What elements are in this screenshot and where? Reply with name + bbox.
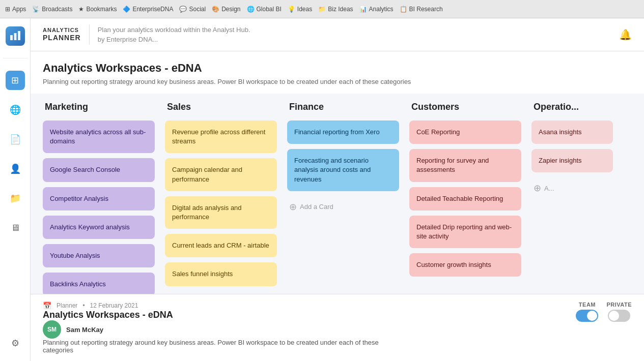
browser-global-bi[interactable]: 🌐Global BI — [247, 6, 282, 13]
column-marketing: Marketing Website analytics across all s… — [43, 102, 155, 294]
bottom-row: 📅 Planner • 12 February 2021 Analytics W… — [43, 302, 632, 354]
team-toggle-group: TEAM — [576, 302, 598, 322]
column-finance: Finance Financial reporting from Xero Fo… — [287, 102, 399, 218]
header-divider — [89, 24, 90, 45]
page-header: Analytics Workspaces - eDNA Planning out… — [31, 51, 644, 94]
svg-rect-0 — [10, 35, 13, 40]
svg-rect-1 — [14, 33, 16, 40]
browser-analytics[interactable]: 📊Analytics — [359, 6, 394, 13]
bottom-meta: 📅 Planner • 12 February 2021 — [43, 302, 399, 310]
card-sales-2[interactable]: Campaign calendar and performance — [165, 158, 277, 191]
browser-design[interactable]: 🎨Design — [212, 6, 240, 13]
team-label: TEAM — [579, 302, 596, 308]
column-customers: Customers CoE Reporting Reporting for su… — [409, 102, 521, 277]
board-area: Marketing Website analytics across all s… — [31, 94, 644, 294]
sidebar: ⊞ 🌐 📄 👤 📁 🖥 ⚙ — [0, 18, 31, 361]
card-marketing-1[interactable]: Website analytics across all sub-domains — [43, 121, 155, 153]
browser-bar: ⊞Apps 📡Broadcasts ★Bookmarks 🔷Enterprise… — [0, 0, 644, 18]
column-header-marketing: Marketing — [43, 102, 155, 112]
card-sales-5[interactable]: Sales funnel insights — [165, 262, 277, 286]
workspace-content: Analytics Workspaces - eDNA Planning out… — [31, 51, 644, 294]
add-card-icon: ⊕ — [289, 201, 297, 213]
bottom-dot: • — [82, 302, 85, 309]
page-subtitle: Planning out reporting strategy around k… — [43, 78, 632, 85]
browser-ideas[interactable]: 💡Ideas — [288, 6, 312, 13]
browser-apps[interactable]: ⊞Apps — [5, 6, 26, 13]
browser-bi-research[interactable]: 📋BI Research — [400, 6, 443, 13]
add-card-finance[interactable]: ⊕ Add a Card — [287, 196, 399, 218]
card-marketing-5[interactable]: Youtube Analysis — [43, 244, 155, 267]
private-toggle-group: PRIVATE — [606, 302, 632, 322]
browser-biz-ideas[interactable]: 📁Biz Ideas — [318, 6, 353, 13]
card-marketing-3[interactable]: Competitor Analysis — [43, 187, 155, 210]
add-card-label: Add a Card — [300, 203, 333, 210]
sidebar-divider — [3, 58, 27, 58]
card-operations-2[interactable]: Zapier insights — [531, 149, 613, 172]
card-operations-1[interactable]: Asana insights — [531, 121, 613, 144]
card-finance-2[interactable]: Forecasting and scenario analysis around… — [287, 149, 399, 191]
column-header-operations: Operatio... — [531, 102, 613, 112]
private-toggle[interactable] — [608, 310, 630, 322]
column-operations: Operatio... Asana insights Zapier insigh… — [531, 102, 613, 199]
browser-broadcasts[interactable]: 📡Broadcasts — [32, 6, 72, 13]
bottom-date: 12 February 2021 — [90, 302, 138, 309]
bottom-panel: 📅 Planner • 12 February 2021 Analytics W… — [31, 294, 644, 361]
sidebar-icon-folder[interactable]: 📁 — [6, 189, 25, 208]
header-left: ANALYTICS PLANNER Plan your analytics wo… — [43, 24, 250, 45]
bottom-source: Planner — [57, 302, 77, 309]
card-sales-3[interactable]: Digital ads analysis and performance — [165, 196, 277, 229]
app-header: ANALYTICS PLANNER Plan your analytics wo… — [31, 18, 644, 51]
header-right: 🔔 — [619, 28, 632, 41]
planner-icon: 📅 — [43, 302, 51, 310]
column-header-customers: Customers — [409, 102, 521, 112]
author-name: Sam McKay — [66, 326, 103, 334]
header-tagline: Plan your analytics workload within the … — [98, 25, 250, 45]
app-logo[interactable] — [6, 26, 25, 46]
add-card-ops-icon: ⊕ — [534, 183, 541, 194]
private-label: PRIVATE — [606, 302, 632, 308]
sidebar-icon-globe[interactable]: 🌐 — [6, 100, 25, 119]
card-customers-3[interactable]: Detailed Teachable Reporting — [409, 187, 521, 210]
page-title: Analytics Workspaces - eDNA — [43, 62, 632, 75]
notification-icon[interactable]: 🔔 — [619, 28, 632, 41]
browser-enterprisedna[interactable]: 🔷EnterpriseDNA — [123, 6, 173, 13]
browser-bookmarks[interactable]: ★Bookmarks — [78, 6, 117, 13]
card-customers-4[interactable]: Detailed Drip reporting and web-site act… — [409, 216, 521, 248]
browser-social[interactable]: 💬Social — [179, 6, 206, 13]
team-toggle[interactable] — [576, 310, 598, 322]
svg-rect-2 — [18, 31, 20, 40]
header-logo: ANALYTICS PLANNER — [43, 27, 81, 42]
card-marketing-4[interactable]: Analytics Keyword analysis — [43, 216, 155, 239]
card-marketing-2[interactable]: Google Search Console — [43, 158, 155, 182]
bottom-desc: Planning out reporting strategy around k… — [43, 339, 399, 354]
card-finance-1[interactable]: Financial reporting from Xero — [287, 121, 399, 144]
bottom-title: Analytics Workspaces - eDNA — [43, 310, 399, 320]
column-sales: Sales Revenue profile across different s… — [165, 102, 277, 286]
column-header-finance: Finance — [287, 102, 399, 112]
card-customers-2[interactable]: Reporting for survey and assessments — [409, 149, 521, 182]
bottom-author-row: SM Sam McKay — [43, 320, 399, 339]
sidebar-icon-monitor[interactable]: 🖥 — [6, 218, 25, 237]
sidebar-icon-user[interactable]: 👤 — [6, 159, 25, 178]
main-content: ANALYTICS PLANNER Plan your analytics wo… — [31, 18, 644, 361]
logo-bottom: PLANNER — [43, 34, 81, 42]
bottom-left: 📅 Planner • 12 February 2021 Analytics W… — [43, 302, 399, 354]
add-card-ops-label: A... — [544, 185, 554, 192]
column-header-sales: Sales — [165, 102, 277, 112]
avatar: SM — [43, 320, 61, 339]
sidebar-icon-grid[interactable]: ⊞ — [6, 71, 25, 90]
card-customers-1[interactable]: CoE Reporting — [409, 121, 521, 144]
card-marketing-6[interactable]: Backlinks Analytics — [43, 273, 155, 294]
card-customers-5[interactable]: Customer growth insights — [409, 253, 521, 277]
logo-top: ANALYTICS — [43, 27, 81, 34]
card-sales-4[interactable]: Current leads and CRM - airtable — [165, 234, 277, 257]
bottom-right: TEAM PRIVATE — [576, 302, 632, 322]
sidebar-icon-doc[interactable]: 📄 — [6, 130, 25, 149]
card-sales-1[interactable]: Revenue profile across different streams — [165, 121, 277, 153]
add-card-operations[interactable]: ⊕ A... — [531, 177, 613, 199]
sidebar-icon-settings[interactable]: ⚙ — [6, 334, 25, 353]
